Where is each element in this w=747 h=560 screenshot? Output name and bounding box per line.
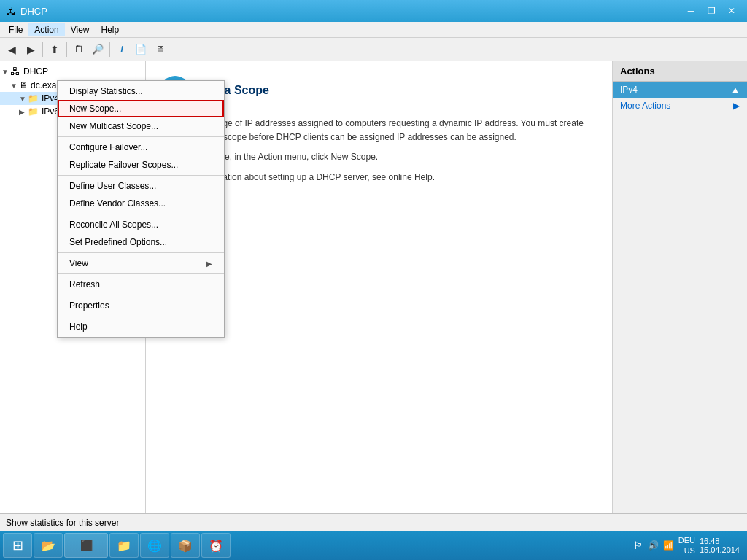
minimize-button[interactable]: ─ (681, 4, 700, 18)
toolbar-sep1 (42, 42, 43, 57)
actions-panel: Actions IPv4 ▲ More Actions ▶ (612, 61, 747, 513)
toolbar-export[interactable]: 🗒 (70, 41, 88, 58)
ctx-reconcile-label: Reconcile All Scopes... (69, 219, 158, 230)
taskbar-clock-app[interactable]: ⏰ (201, 533, 231, 558)
actions-more-label: More Actions (620, 101, 670, 111)
actions-more-arrow: ▶ (733, 101, 740, 111)
ctx-user-classes-label: Define User Classes... (69, 181, 156, 191)
taskbar-datetime: 16:48 15.04.2014 (700, 537, 740, 554)
app-icon: 🖧 (6, 5, 16, 17)
tree-ipv6-expand[interactable]: ▶ (19, 108, 28, 116)
context-menu: Display Statistics... New Scope... New M… (57, 80, 225, 338)
toolbar-up[interactable]: ⬆ (46, 41, 63, 58)
ctx-properties[interactable]: Properties (58, 297, 224, 314)
taskbar-lang: DEUUS (678, 535, 695, 556)
ctx-view[interactable]: View ▶ (58, 254, 224, 272)
ctx-properties-label: Properties (69, 300, 109, 311)
tree-ipv4-icon: 📁 (28, 93, 39, 104)
menu-view[interactable]: View (65, 23, 96, 36)
ctx-sep2 (58, 175, 224, 176)
taskbar-flag-icon: 🏳 (633, 540, 643, 551)
ctx-new-multicast[interactable]: New Multicast Scope... (58, 117, 224, 135)
ctx-sep7 (58, 316, 224, 316)
actions-ipv4-label: IPv4 (620, 85, 638, 95)
taskbar-start[interactable]: ⊞ (3, 533, 32, 558)
taskbar-network[interactable]: 🌐 (140, 533, 169, 558)
ctx-display-stats-label: Display Statistics... (69, 86, 143, 96)
tree-ipv6-icon: 📁 (28, 106, 39, 117)
ctx-view-label: View (69, 258, 88, 268)
ctx-predefined-label: Set Predefined Options... (69, 237, 167, 247)
menu-action[interactable]: Action (28, 23, 64, 36)
ctx-sep5 (58, 273, 224, 274)
toolbar-sep2 (66, 42, 67, 57)
ctx-new-scope-label: New Scope... (69, 104, 121, 114)
taskbar-date: 15.04.2014 (700, 545, 740, 554)
tree-dhcp-label: DHCP (23, 66, 48, 77)
tree-ipv4-expand[interactable]: ▼ (19, 95, 28, 103)
actions-ipv4-arrow: ▲ (731, 85, 740, 95)
title-bar-controls: ─ ❐ ✕ (681, 4, 741, 18)
toolbar-monitor[interactable]: 🖥 (151, 41, 169, 58)
tree-dhcp-icon: 🖧 (10, 66, 20, 77)
ctx-sep1 (58, 136, 224, 137)
ctx-display-stats[interactable]: Display Statistics... (58, 82, 224, 100)
status-text: Show statistics for this server (6, 518, 119, 528)
taskbar-cmd[interactable]: ⬛ (64, 533, 108, 558)
taskbar-speaker-icon: 🔊 (648, 540, 659, 551)
ctx-view-arrow: ▶ (206, 260, 212, 268)
menu-file[interactable]: File (3, 23, 28, 36)
toolbar-forward[interactable]: ▶ (22, 41, 39, 58)
toolbar: ◀ ▶ ⬆ 🗒 🔎 i 📄 🖥 (0, 38, 747, 61)
taskbar-file-explorer[interactable]: 📂 (34, 533, 63, 558)
taskbar-folder[interactable]: 📁 (109, 533, 139, 558)
taskbar-time: 16:48 (700, 537, 740, 545)
ctx-help-label: Help (69, 322, 88, 332)
toolbar-search[interactable]: 🔎 (89, 41, 107, 58)
toolbar-info[interactable]: i (113, 41, 131, 58)
taskbar-network-icon: 📶 (663, 540, 674, 551)
ctx-reconcile[interactable]: Reconcile All Scopes... (58, 216, 224, 233)
content-header: i Add a Scope (160, 76, 597, 105)
close-button[interactable]: ✕ (722, 4, 741, 18)
ctx-sep6 (58, 295, 224, 295)
tree-dhcp-expand[interactable]: ▼ (1, 68, 10, 76)
toolbar-doc[interactable]: 📄 (132, 41, 150, 58)
ctx-user-classes[interactable]: Define User Classes... (58, 177, 224, 195)
taskbar-clock: DEUUS (678, 535, 695, 556)
taskbar-tray: 🏳 🔊 📶 DEUUS 16:48 15.04.2014 (633, 535, 744, 556)
content-para1: A scope is a range of IP addresses assig… (160, 117, 597, 144)
ctx-help[interactable]: Help (58, 318, 224, 335)
tree-dhcp[interactable]: ▼ 🖧 DHCP (0, 64, 145, 79)
ctx-new-scope[interactable]: New Scope... (58, 100, 224, 117)
ctx-replicate-failover[interactable]: Replicate Failover Scopes... (58, 156, 224, 174)
actions-header: Actions (613, 61, 747, 82)
ctx-configure-failover[interactable]: Configure Failover... (58, 139, 224, 156)
taskbar-cmd-icon: ⬛ (80, 540, 93, 551)
ctx-refresh[interactable]: Refresh (58, 276, 224, 293)
taskbar-package[interactable]: 📦 (171, 533, 200, 558)
ctx-predefined[interactable]: Set Predefined Options... (58, 233, 224, 251)
ctx-configure-failover-label: Configure Failover... (69, 142, 147, 152)
ctx-new-multicast-label: New Multicast Scope... (69, 121, 158, 131)
title-bar-left: 🖧 DHCP (6, 5, 47, 17)
actions-more[interactable]: More Actions ▶ (613, 98, 747, 114)
actions-ipv4[interactable]: IPv4 ▲ (613, 82, 747, 98)
content-para3: For more information about setting up a … (160, 171, 597, 184)
ctx-vendor-classes-label: Define Vendor Classes... (69, 198, 166, 209)
tree-server-icon: 🖥 (19, 80, 28, 90)
restore-button[interactable]: ❐ (702, 4, 721, 18)
toolbar-back[interactable]: ◀ (3, 41, 20, 58)
menu-help[interactable]: Help (96, 23, 125, 36)
ctx-sep3 (58, 214, 224, 214)
toolbar-sep3 (109, 42, 110, 57)
ctx-replicate-failover-label: Replicate Failover Scopes... (69, 160, 178, 170)
window-title: DHCP (20, 6, 47, 17)
title-bar: 🖧 DHCP ─ ❐ ✕ (0, 0, 747, 22)
ctx-refresh-label: Refresh (69, 279, 100, 289)
ctx-vendor-classes[interactable]: Define Vendor Classes... (58, 195, 224, 212)
menu-bar: File Action View Help (0, 22, 747, 38)
content-para2: To create a scope, in the Action menu, c… (160, 150, 597, 164)
tree-server-expand[interactable]: ▼ (10, 82, 19, 90)
status-bar: Show statistics for this server (0, 513, 747, 531)
